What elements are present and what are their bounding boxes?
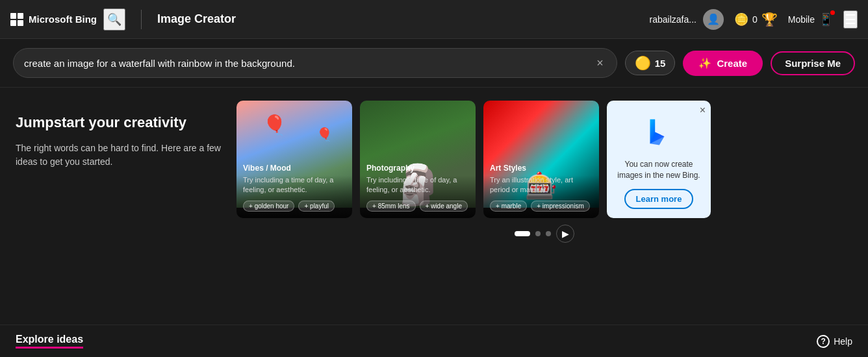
mobile-icon: 📱 xyxy=(819,12,833,27)
card-overlay-3: Art Styles Try an illustration style, ar… xyxy=(483,157,599,218)
search-input[interactable] xyxy=(24,58,594,69)
card-tag-playful[interactable]: playful xyxy=(298,201,335,212)
card-tag-marble[interactable]: marble xyxy=(490,201,527,212)
create-label: Create xyxy=(717,58,747,69)
card-overlay-1: Vibes / Mood Try including a time of day… xyxy=(236,157,352,218)
header-left: Microsoft Bing 🔍 Image Creator xyxy=(10,8,236,31)
username: rabailzafa... xyxy=(650,14,696,25)
promo-text: You can now create images in the new Bin… xyxy=(616,159,702,181)
help-icon: ? xyxy=(817,335,830,348)
help-button[interactable]: ? Help xyxy=(817,335,852,348)
carousel-dot-3[interactable] xyxy=(546,231,551,236)
card-tag-impressionism[interactable]: impressionism xyxy=(531,201,590,212)
boost-badge[interactable]: 🟡 15 xyxy=(625,51,676,75)
hamburger-menu[interactable]: ☰ xyxy=(843,10,858,29)
card-desc-2: Try including a time of day, a feeling, … xyxy=(366,175,469,195)
help-label: Help xyxy=(834,336,852,347)
notification-dot xyxy=(830,10,835,15)
jumpstart-description: The right words can be hard to find. Her… xyxy=(16,142,223,169)
surprise-button[interactable]: Surprise Me xyxy=(771,51,855,75)
bing-logo[interactable]: Microsoft Bing xyxy=(10,13,97,26)
brand-name: Microsoft Bing xyxy=(29,14,97,25)
header-right: rabailzafa... 👤 🪙 0 🏆 Mobile 📱 ☰ xyxy=(650,9,858,30)
main-content: Jumpstart your creativity The right word… xyxy=(0,88,868,325)
avatar: 👤 xyxy=(703,9,724,30)
create-button[interactable]: ✨ Create xyxy=(683,51,763,76)
card-category-3: Art Styles xyxy=(490,164,593,173)
help-icon-symbol: ? xyxy=(821,337,826,346)
cards-area: Vibes / Mood Try including a time of day… xyxy=(236,101,852,312)
create-sparkle-icon: ✨ xyxy=(698,57,711,69)
card-tags-1: golden hour playful xyxy=(243,201,346,212)
card-desc-1: Try including a time of day, a feeling, … xyxy=(243,175,346,195)
header-divider xyxy=(141,10,142,29)
card-category-1: Vibes / Mood xyxy=(243,164,346,173)
clear-button[interactable]: × xyxy=(594,54,606,73)
footer: Explore ideas ? Help xyxy=(0,325,868,357)
card-art-styles[interactable]: Art Styles Try an illustration style, ar… xyxy=(483,101,599,218)
explore-ideas-label: Explore ideas xyxy=(16,334,83,349)
bing-b-logo xyxy=(639,114,678,153)
coins-count: 0 xyxy=(752,14,758,25)
card-tag-85mm[interactable]: 85mm lens xyxy=(366,201,416,212)
carousel-dot-2[interactable] xyxy=(535,231,541,236)
card-category-2: Photography xyxy=(366,164,469,173)
mobile-label[interactable]: Mobile 📱 xyxy=(788,12,833,27)
search-input-wrapper: × xyxy=(13,48,617,78)
promo-close-button[interactable]: × xyxy=(700,105,706,116)
bing-logo-grid xyxy=(10,13,23,26)
jumpstart-title: Jumpstart your creativity xyxy=(16,114,223,132)
card-tags-2: 85mm lens wide angle xyxy=(366,201,469,212)
header: Microsoft Bing 🔍 Image Creator rabailzaf… xyxy=(0,0,868,39)
card-desc-3: Try an illustration style, art period or… xyxy=(490,175,593,195)
mobile-text: Mobile xyxy=(788,14,815,25)
boost-coin-icon: 🟡 xyxy=(635,55,651,71)
trophy-icon[interactable]: 🏆 xyxy=(761,12,778,27)
card-overlay-2: Photography Try including a time of day,… xyxy=(360,157,476,218)
coin-icon: 🪙 xyxy=(734,12,748,27)
carousel-next-icon: ▶ xyxy=(562,228,569,239)
page-title: Image Creator xyxy=(157,12,236,26)
learn-more-button[interactable]: Learn more xyxy=(624,189,694,209)
card-tags-3: marble impressionism xyxy=(490,201,593,212)
boost-count: 15 xyxy=(655,58,666,69)
search-icon[interactable]: 🔍 xyxy=(103,8,125,31)
left-panel: Jumpstart your creativity The right word… xyxy=(16,101,223,312)
card-tag-golden-hour[interactable]: golden hour xyxy=(243,201,294,212)
search-bar-container: × 🟡 15 ✨ Create Surprise Me xyxy=(0,39,868,88)
card-photography[interactable]: Photography Try including a time of day,… xyxy=(360,101,476,218)
carousel-controls: ▶ xyxy=(236,225,852,243)
carousel-next-button[interactable]: ▶ xyxy=(556,225,574,243)
promo-card: × You can now create images in the new B… xyxy=(607,101,711,218)
coins-badge[interactable]: 🪙 0 🏆 xyxy=(734,12,778,27)
card-vibes-mood[interactable]: Vibes / Mood Try including a time of day… xyxy=(236,101,352,218)
carousel-dot-active[interactable] xyxy=(515,231,530,236)
cards-row: Vibes / Mood Try including a time of day… xyxy=(236,101,852,218)
card-tag-wide-angle[interactable]: wide angle xyxy=(420,201,468,212)
user-info[interactable]: rabailzafa... 👤 xyxy=(650,9,724,30)
